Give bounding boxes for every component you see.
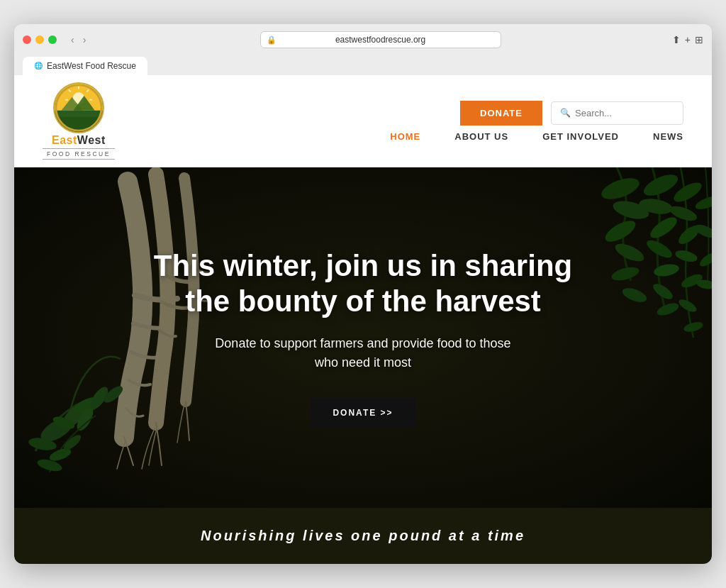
search-input[interactable] (575, 108, 674, 118)
forward-button[interactable]: › (80, 33, 89, 47)
header-right: DONATE 🔍 HOME ABOUT US GET INVOLVED NEWS (390, 101, 683, 142)
logo-east: East (52, 134, 77, 146)
donate-button[interactable]: DONATE (460, 101, 542, 126)
url-text: eastwestfoodrescue.org (335, 35, 425, 45)
site-header: EastWest Food Rescue DONATE 🔍 HOME (14, 75, 712, 167)
header-top-row: DONATE 🔍 (460, 101, 683, 126)
nav-news[interactable]: NEWS (653, 131, 683, 142)
logo-svg (55, 82, 103, 133)
search-icon: 🔍 (560, 108, 571, 118)
hero-content: This winter, join us in sharing the boun… (14, 167, 712, 508)
browser-tab[interactable]: 🌐 EastWest Food Rescue (23, 57, 147, 75)
maximize-button[interactable] (48, 35, 57, 44)
traffic-lights (23, 35, 57, 44)
lock-icon: 🔒 (267, 35, 277, 44)
hero-donate-button[interactable]: DONATE >> (310, 398, 415, 428)
hero-subtitle: Donate to support farmers and provide fo… (214, 334, 512, 372)
nav-about[interactable]: ABOUT US (454, 131, 508, 142)
hero-title: This winter, join us in sharing the boun… (150, 248, 576, 320)
nav-get-involved[interactable]: GET INVOLVED (542, 131, 619, 142)
tab-label: EastWest Food Rescue (47, 61, 136, 71)
address-bar-wrapper: 🔒 eastwestfoodrescue.org (94, 31, 666, 48)
hero-section: This winter, join us in sharing the boun… (14, 167, 712, 508)
logo-text: EastWest Food Rescue (43, 133, 115, 160)
banner-text: Nourishing lives one pound at a time (34, 528, 692, 544)
address-bar[interactable]: 🔒 eastwestfoodrescue.org (260, 31, 501, 48)
logo-name: EastWest (43, 133, 115, 147)
browser-actions: ⬆ + ⊞ (672, 34, 703, 45)
search-box: 🔍 (551, 101, 683, 125)
tab-favicon: 🌐 (34, 62, 43, 70)
logo-tagline: Food Rescue (43, 148, 115, 160)
browser-window: ‹ › 🔒 eastwestfoodrescue.org ⬆ + ⊞ 🌐 Eas… (14, 24, 712, 564)
website: EastWest Food Rescue DONATE 🔍 HOME (14, 75, 712, 564)
logo-emblem (53, 82, 104, 133)
grid-button[interactable]: ⊞ (695, 34, 703, 45)
browser-tab-bar: 🌐 EastWest Food Rescue (23, 54, 703, 75)
minimize-button[interactable] (35, 35, 44, 44)
logo-area: EastWest Food Rescue (43, 82, 115, 160)
site-nav: HOME ABOUT US GET INVOLVED NEWS (390, 131, 683, 142)
back-button[interactable]: ‹ (68, 33, 77, 47)
new-tab-button[interactable]: + (685, 34, 691, 45)
logo-west: West (77, 134, 106, 146)
browser-chrome: ‹ › 🔒 eastwestfoodrescue.org ⬆ + ⊞ 🌐 Eas… (14, 24, 712, 75)
browser-toolbar: ‹ › 🔒 eastwestfoodrescue.org ⬆ + ⊞ (23, 31, 703, 48)
browser-controls: ‹ › (68, 33, 89, 47)
share-button[interactable]: ⬆ (672, 34, 681, 45)
close-button[interactable] (23, 35, 31, 44)
nav-home[interactable]: HOME (390, 131, 420, 142)
bottom-banner: Nourishing lives one pound at a time (14, 508, 712, 564)
